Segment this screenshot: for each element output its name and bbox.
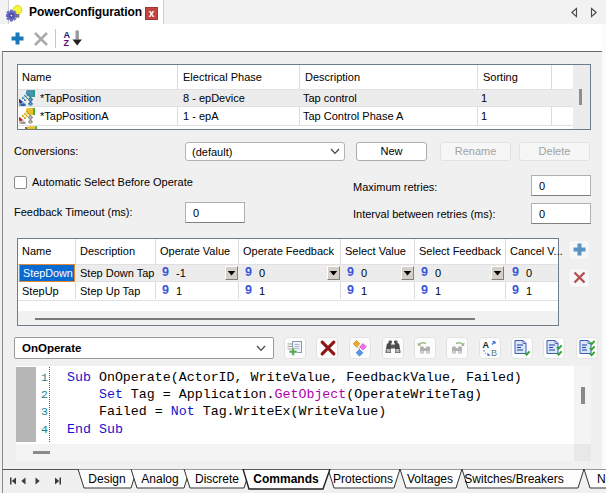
svg-text:Design: Design <box>88 472 125 486</box>
svg-text:Discrete: Discrete <box>195 472 239 486</box>
svg-text:Voltages: Voltages <box>407 472 453 486</box>
svg-text:Z: Z <box>64 38 70 48</box>
svg-text:Switches/Breakers: Switches/Breakers <box>464 472 563 486</box>
svg-text:Protections: Protections <box>333 472 393 486</box>
svg-text:Commands: Commands <box>253 472 319 486</box>
svg-text:N: N <box>597 472 606 486</box>
svg-text:A: A <box>483 340 490 350</box>
svg-text:Analog: Analog <box>141 472 178 486</box>
svg-text:B: B <box>491 348 497 358</box>
